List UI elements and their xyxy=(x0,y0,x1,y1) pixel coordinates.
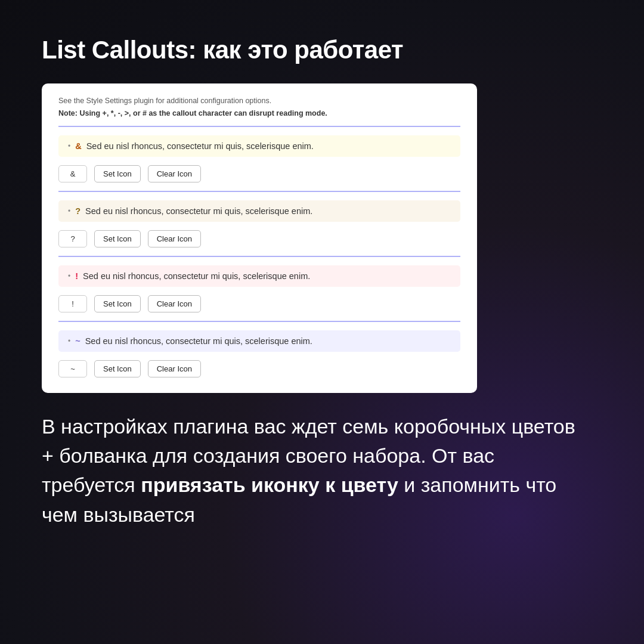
callout-text-1: Sed eu nisl rhoncus, consectetur mi quis… xyxy=(85,206,312,216)
callout-char-0: & xyxy=(75,141,81,151)
callout-row-2: • ! Sed eu nisl rhoncus, consectetur mi … xyxy=(58,265,460,312)
set-icon-button-2[interactable]: Set Icon xyxy=(94,295,141,312)
description-text: В настройках плагина вас ждет семь короб… xyxy=(42,412,590,530)
set-icon-button-0[interactable]: Set Icon xyxy=(94,165,141,182)
callout-text-0: Sed eu nisl rhoncus, consectetur mi quis… xyxy=(86,141,314,151)
set-icon-button-1[interactable]: Set Icon xyxy=(94,230,141,247)
clear-icon-button-1[interactable]: Clear Icon xyxy=(148,230,201,247)
plugin-note: See the Style Settings plugin for additi… xyxy=(58,95,460,107)
controls-row-3: Set IconClear Icon xyxy=(58,360,460,377)
callout-char-2: ! xyxy=(75,271,78,281)
clear-icon-button-0[interactable]: Clear Icon xyxy=(148,165,201,182)
callouts-container: • & Sed eu nisl rhoncus, consectetur mi … xyxy=(58,135,460,377)
bullet-1: • xyxy=(68,207,70,215)
bullet-0: • xyxy=(68,142,70,150)
callout-row-1: • ? Sed eu nisl rhoncus, consectetur mi … xyxy=(58,200,460,247)
callout-item-2: • ! Sed eu nisl rhoncus, consectetur mi … xyxy=(58,265,460,287)
callout-row-3: • ~ Sed eu nisl rhoncus, consectetur mi … xyxy=(58,330,460,377)
controls-row-2: Set IconClear Icon xyxy=(58,295,460,312)
callout-text-2: Sed eu nisl rhoncus, consectetur mi quis… xyxy=(83,271,310,281)
callout-char-1: ? xyxy=(75,206,80,216)
char-input-3[interactable] xyxy=(58,360,87,377)
char-input-2[interactable] xyxy=(58,295,87,312)
callout-item-0: • & Sed eu nisl rhoncus, consectetur mi … xyxy=(58,135,460,157)
divider-0 xyxy=(58,191,460,192)
divider-2 xyxy=(58,321,460,322)
controls-row-0: Set IconClear Icon xyxy=(58,165,460,182)
controls-row-1: Set IconClear Icon xyxy=(58,230,460,247)
callout-row-0: • & Sed eu nisl rhoncus, consectetur mi … xyxy=(58,135,460,182)
set-icon-button-3[interactable]: Set Icon xyxy=(94,360,141,377)
callout-item-1: • ? Sed eu nisl rhoncus, consectetur mi … xyxy=(58,200,460,222)
callout-text-3: Sed eu nisl rhoncus, consectetur mi quis… xyxy=(85,336,312,346)
char-input-1[interactable] xyxy=(58,230,87,247)
plugin-note-bold: Note: Using +, *, -, >, or # as the call… xyxy=(58,109,460,117)
callout-char-3: ~ xyxy=(75,336,80,346)
callout-item-3: • ~ Sed eu nisl rhoncus, consectetur mi … xyxy=(58,330,460,352)
bullet-3: • xyxy=(68,337,70,345)
page-title: List Callouts: как это работает xyxy=(42,36,602,64)
char-input-0[interactable] xyxy=(58,165,87,182)
plugin-card: See the Style Settings plugin for additi… xyxy=(42,83,477,393)
clear-icon-button-3[interactable]: Clear Icon xyxy=(148,360,201,377)
description-bold: привязать иконку к цвету xyxy=(141,473,398,496)
clear-icon-button-2[interactable]: Clear Icon xyxy=(148,295,201,312)
top-divider xyxy=(58,126,460,127)
bullet-2: • xyxy=(68,272,70,280)
divider-1 xyxy=(58,256,460,257)
